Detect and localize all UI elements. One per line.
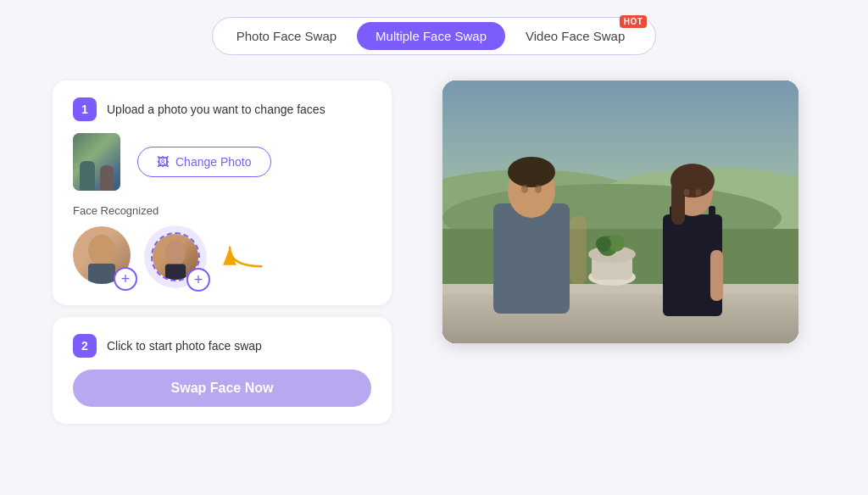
photo-svg	[442, 81, 798, 343]
svg-point-32	[696, 189, 702, 196]
svg-rect-30	[671, 182, 685, 225]
svg-rect-27	[709, 206, 715, 231]
svg-rect-24	[570, 216, 587, 284]
svg-point-22	[521, 185, 528, 193]
thumbnail-image	[73, 133, 120, 191]
tab-bar: Photo Face Swap Multiple Face Swap Video…	[212, 17, 657, 55]
svg-point-0	[88, 235, 115, 265]
step1-header: 1 Upload a photo you want to change face…	[73, 97, 371, 121]
face1-wrap[interactable]: +	[73, 226, 134, 287]
tab-multiple-face-swap[interactable]: Multiple Face Swap	[357, 22, 505, 50]
image-icon: 🖼	[157, 155, 169, 169]
uploaded-thumbnail	[73, 133, 120, 191]
arrow-svg	[217, 240, 268, 274]
couple-image	[442, 81, 798, 343]
step1-card: 1 Upload a photo you want to change face…	[53, 81, 392, 305]
step2-header: 2 Click to start photo face swap	[73, 334, 371, 358]
hot-badge: HOT	[620, 15, 648, 28]
svg-point-23	[535, 185, 542, 193]
face1-add-icon[interactable]: +	[114, 267, 137, 291]
step2-title: Click to start photo face swap	[107, 339, 262, 353]
face2-highlighted[interactable]: +	[144, 225, 207, 288]
svg-point-2	[165, 240, 186, 265]
face2-add-icon[interactable]: +	[186, 268, 210, 292]
preview-photo	[442, 81, 798, 343]
svg-point-18	[596, 236, 611, 252]
tab-photo-face-swap[interactable]: Photo Face Swap	[218, 22, 355, 50]
svg-rect-19	[493, 203, 570, 314]
right-panel	[426, 81, 815, 343]
svg-rect-3	[165, 264, 186, 280]
svg-point-21	[508, 157, 555, 187]
change-photo-button[interactable]: 🖼 Change Photo	[137, 147, 271, 177]
svg-rect-33	[710, 250, 723, 301]
step1-title: Upload a photo you want to change faces	[107, 103, 326, 116]
svg-rect-1	[88, 264, 115, 284]
faces-row: + +	[73, 225, 371, 288]
left-panel: 1 Upload a photo you want to change face…	[53, 81, 392, 424]
step2-badge: 2	[73, 334, 97, 358]
swap-face-button[interactable]: Swap Face Now	[73, 370, 371, 407]
arrow-indicator	[217, 236, 268, 278]
tab-video-face-swap[interactable]: Video Face Swap HOT	[507, 22, 650, 50]
change-photo-label: Change Photo	[175, 155, 252, 169]
step1-badge: 1	[73, 97, 97, 121]
face-recognized-label: Face Recognized	[73, 204, 371, 217]
svg-point-31	[684, 189, 690, 196]
main-content: 1 Upload a photo you want to change face…	[53, 81, 815, 424]
upload-row: 🖼 Change Photo	[73, 133, 371, 191]
app-page: Photo Face Swap Multiple Face Swap Video…	[0, 0, 868, 495]
step2-card: 2 Click to start photo face swap Swap Fa…	[53, 317, 392, 424]
